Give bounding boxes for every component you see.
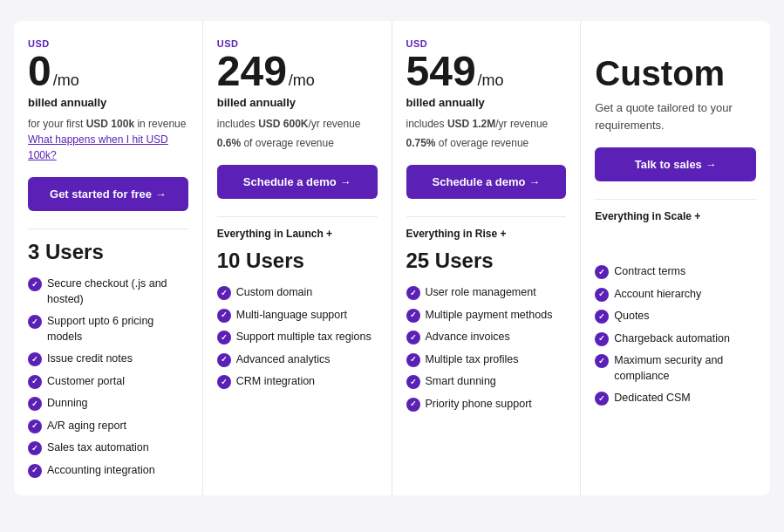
- check-icon: [28, 315, 42, 329]
- list-item: Quotes: [595, 309, 756, 324]
- billed-rise: billed annually: [217, 96, 378, 109]
- feature-list-rise: Custom domain Multi-language support Sup…: [217, 285, 378, 390]
- check-icon: [28, 277, 42, 291]
- price-row-rise: 249 /mo: [217, 51, 378, 92]
- check-icon: [406, 331, 420, 344]
- check-icon: [406, 309, 420, 323]
- desc-link-launch[interactable]: What happens when I hit USD 100k?: [28, 133, 168, 161]
- currency-launch: USD: [28, 38, 188, 49]
- check-icon: [406, 375, 420, 389]
- check-icon: [406, 286, 420, 300]
- check-icon: [406, 353, 420, 367]
- check-icon: [217, 286, 231, 300]
- list-item: Multiple payment methods: [406, 308, 567, 324]
- billed-launch: billed annually: [28, 96, 188, 109]
- list-item: CRM integration: [217, 374, 378, 390]
- users-rise: 10 Users: [217, 249, 378, 273]
- price-desc-rise: includes USD 600K/yr revenue: [217, 116, 378, 132]
- users-scale: 25 Users: [406, 249, 567, 273]
- check-icon: [595, 265, 609, 279]
- check-icon: [28, 464, 42, 478]
- list-item: Maximum security and compliance: [595, 353, 756, 384]
- divider-custom: [595, 199, 756, 200]
- divider-rise: [217, 216, 378, 217]
- list-item: Accounting integration: [28, 463, 188, 479]
- price-row-scale: 549 /mo: [406, 51, 567, 92]
- price-desc-launch: for your first USD 100k in revenue What …: [28, 116, 188, 163]
- feature-list-scale: User role management Multiple payment me…: [406, 285, 567, 412]
- cta-launch[interactable]: Get started for free: [28, 177, 188, 211]
- check-icon: [217, 331, 231, 344]
- divider-launch: [28, 228, 188, 229]
- check-icon: [595, 332, 609, 346]
- check-icon: [28, 419, 42, 433]
- price-period-scale: /mo: [478, 72, 504, 90]
- check-icon: [28, 441, 42, 455]
- check-icon: [595, 288, 609, 302]
- plan-rise: USD 249 /mo billed annually includes USD…: [203, 21, 392, 495]
- desc-highlight-scale: USD 1.2M: [447, 118, 495, 130]
- list-item: Contract terms: [595, 264, 756, 280]
- plan-custom: Custom Get a quote tailored to your requ…: [581, 21, 770, 495]
- list-item: Dedicated CSM: [595, 391, 756, 406]
- list-item: Support multiple tax regions: [217, 330, 378, 345]
- list-item: Multiple tax profiles: [406, 352, 567, 368]
- check-icon: [595, 354, 609, 368]
- everything-scale: Everything in Rise +: [406, 228, 567, 240]
- everything-custom: Everything in Scale +: [595, 210, 756, 222]
- price-amount-rise: 249: [217, 51, 287, 92]
- plan-scale: USD 549 /mo billed annually includes USD…: [392, 21, 582, 495]
- feature-list-custom: Contract terms Account hierarchy Quotes …: [595, 264, 756, 406]
- check-icon: [217, 375, 231, 389]
- list-item: Account hierarchy: [595, 287, 756, 303]
- price-overage-rise: 0.6% of overage revenue: [217, 135, 378, 151]
- list-item: Custom domain: [217, 285, 378, 301]
- cta-scale[interactable]: Schedule a demo: [406, 165, 567, 199]
- list-item: Secure checkout (.js and hosted): [28, 276, 188, 307]
- list-item: Dunning: [28, 396, 188, 412]
- check-icon: [28, 352, 42, 366]
- check-icon: [406, 398, 420, 412]
- price-amount-scale: 549: [406, 51, 476, 92]
- desc-highlight-rise: USD 600K: [258, 118, 308, 130]
- list-item: Priority phone support: [406, 397, 567, 413]
- price-period-rise: /mo: [289, 72, 315, 90]
- check-icon: [217, 353, 231, 367]
- cta-custom[interactable]: Talk to sales: [595, 147, 756, 181]
- price-desc-scale: includes USD 1.2M/yr revenue: [406, 116, 567, 132]
- check-icon: [28, 397, 42, 411]
- list-item: Support upto 6 pricing models: [28, 314, 188, 344]
- feature-list-launch: Secure checkout (.js and hosted) Support…: [28, 276, 188, 478]
- list-item: Advance invoices: [406, 330, 567, 345]
- list-item: Smart dunning: [406, 374, 567, 390]
- list-item: A/R aging report: [28, 419, 188, 434]
- check-icon: [28, 375, 42, 389]
- list-item: Chargeback automation: [595, 331, 756, 347]
- plan-launch: USD 0 /mo billed annually for your first…: [14, 21, 203, 495]
- price-row-launch: 0 /mo: [28, 51, 188, 92]
- price-custom: Custom: [595, 54, 756, 92]
- cta-rise[interactable]: Schedule a demo: [217, 165, 378, 199]
- list-item: Multi-language support: [217, 308, 378, 324]
- check-icon: [595, 310, 609, 324]
- divider-scale: [406, 216, 567, 217]
- pricing-grid: USD 0 /mo billed annually for your first…: [0, 0, 784, 516]
- list-item: User role management: [406, 285, 567, 301]
- price-overage-scale: 0.75% of overage revenue: [406, 135, 567, 151]
- list-item: Issue credit notes: [28, 351, 188, 367]
- everything-rise: Everything in Launch +: [217, 228, 378, 240]
- billed-scale: billed annually: [406, 96, 567, 109]
- price-period-launch: /mo: [53, 72, 79, 90]
- list-item: Sales tax automation: [28, 440, 188, 456]
- list-item: Advanced analytics: [217, 352, 378, 368]
- users-launch: 3 Users: [28, 240, 188, 264]
- price-amount-launch: 0: [28, 51, 51, 92]
- list-item: Customer portal: [28, 374, 188, 390]
- custom-desc: Get a quote tailored to your requirement…: [595, 99, 756, 133]
- desc-highlight-launch: USD 100k: [86, 118, 134, 130]
- check-icon: [595, 392, 609, 406]
- check-icon: [217, 309, 231, 323]
